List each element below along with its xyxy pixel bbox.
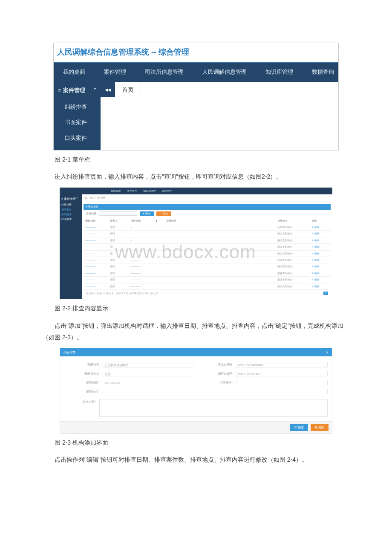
date-input[interactable]: 2019-03-26 bbox=[103, 380, 194, 385]
collapse-sidebar-button[interactable]: ◂◂ bbox=[101, 82, 115, 97]
th-date[interactable]: 排查日期 bbox=[129, 218, 153, 224]
close-icon[interactable]: ✕ bbox=[326, 350, 329, 355]
cell-date: -- bbox=[129, 231, 153, 237]
search-section-header[interactable]: ▾ 查询条件 bbox=[84, 204, 331, 210]
main-area: ◂◂ 首页 bbox=[101, 82, 338, 150]
cell-date: -- bbox=[129, 224, 153, 231]
cell-org[interactable]: ———— bbox=[84, 270, 108, 276]
field-label: 排查数件* bbox=[198, 380, 233, 385]
tab-home[interactable]: 首页 bbox=[115, 82, 141, 97]
cell-date: ———— bbox=[129, 270, 153, 276]
edit-link[interactable]: ✎ 编辑 bbox=[310, 231, 331, 237]
search-input[interactable] bbox=[99, 211, 137, 216]
cell-content bbox=[164, 231, 276, 237]
caption-2-3: 图 2-3 机构添加界面 bbox=[43, 437, 349, 448]
query-button[interactable]: ▸ 查询 bbox=[140, 211, 154, 216]
edit-link[interactable]: ✎ 编辑 bbox=[310, 277, 331, 283]
field-label: 排查地点* bbox=[64, 389, 99, 394]
cell-sort bbox=[153, 270, 164, 276]
field-input[interactable] bbox=[236, 380, 328, 385]
nav-item[interactable]: 司法所信息管理 bbox=[135, 63, 193, 82]
cell-org[interactable]: ———— bbox=[84, 263, 108, 270]
cell-org[interactable]: ———— bbox=[84, 283, 108, 289]
table-row: ————测试————研发支部办公✎ 编辑 bbox=[84, 257, 331, 263]
edit-link[interactable]: ✎ 编辑 bbox=[310, 263, 331, 270]
cell-person: 测试 bbox=[108, 231, 128, 237]
cell-org[interactable]: ———— bbox=[84, 231, 108, 237]
nav-item[interactable]: 我的桌面 bbox=[111, 189, 121, 193]
th-op[interactable]: 操作 bbox=[310, 218, 331, 224]
nav-item[interactable]: 系统管理 bbox=[162, 189, 172, 193]
edit-link[interactable]: ✎ 编辑 bbox=[310, 257, 331, 263]
edit-link[interactable]: ✎ 编辑 bbox=[310, 224, 331, 231]
sidebar-header[interactable]: ≡ 案件管理 ˅ bbox=[61, 197, 80, 201]
edit-link[interactable]: ✎ 编辑 bbox=[310, 244, 331, 250]
paragraph: 点击操作列"编辑"按钮可对排查日期、排查案件数、排查地点、排查内容进行修改（如图… bbox=[43, 454, 349, 465]
cell-content bbox=[164, 257, 276, 263]
sidebar-item[interactable]: 书面案件 bbox=[54, 115, 101, 130]
cell-sort bbox=[153, 231, 164, 237]
cell-sort bbox=[153, 263, 164, 270]
field-label: 调解机构 bbox=[64, 361, 99, 367]
close-button[interactable]: ✖ 关闭 bbox=[311, 424, 329, 431]
edit-link[interactable]: ✎ 编辑 bbox=[310, 270, 331, 276]
nav-item[interactable]: 案件管理 bbox=[95, 63, 135, 82]
nav-item[interactable]: 知识库管理 bbox=[256, 63, 303, 82]
sidebar-item[interactable]: 添加案件 bbox=[61, 213, 80, 216]
content-textarea[interactable] bbox=[99, 399, 328, 417]
th-loc[interactable]: 排查地点 bbox=[276, 218, 310, 224]
edit-link[interactable]: ✎ 编辑 bbox=[310, 283, 331, 289]
nav-item[interactable]: 案件管理 bbox=[127, 189, 137, 193]
nav-item[interactable]: 知识库管理 bbox=[143, 189, 156, 193]
cell-content bbox=[164, 270, 276, 276]
field-value[interactable]: 张爱 bbox=[103, 371, 194, 376]
th-sort[interactable]: ▲ bbox=[153, 218, 164, 224]
table-row: ————测试--研发支部办公✎ 编辑 bbox=[84, 224, 331, 231]
cell-sort bbox=[153, 257, 164, 263]
nav-item[interactable]: 人民调解信息管理 bbox=[193, 63, 256, 82]
cell-org[interactable]: ———— bbox=[84, 244, 108, 250]
cell-org[interactable]: ———— bbox=[84, 277, 108, 283]
field-input[interactable] bbox=[103, 389, 328, 394]
caption-2-1: 图 2-1 菜单栏 bbox=[43, 154, 349, 165]
cell-content bbox=[164, 244, 276, 250]
nav-item[interactable]: 数据查询 bbox=[303, 63, 343, 82]
tool-strip: ◂◂ 首页 bbox=[101, 82, 338, 97]
page-button[interactable]: 1 bbox=[323, 292, 328, 295]
sidebar-item[interactable]: 书面案件 bbox=[61, 208, 80, 211]
system-title: 人民调解综合信息管理系统 -- 综合管理 bbox=[54, 43, 338, 63]
cell-loc: 研发支部办公 bbox=[276, 250, 310, 257]
cell-org[interactable]: ———— bbox=[84, 224, 108, 231]
th-org[interactable]: 调解机构 bbox=[84, 218, 108, 224]
cell-org[interactable]: ———— bbox=[84, 250, 108, 257]
ok-button[interactable]: ☑ 确定 bbox=[290, 424, 308, 431]
field-value[interactable]: 500103201060010 bbox=[236, 362, 328, 367]
content-field: 排查内容* bbox=[64, 399, 328, 417]
pager-info: 显示第 1 条至 10 条记录，共有 20 条记录 每页显示 10 ▾ 条记录 bbox=[86, 292, 158, 295]
sidebar-item[interactable]: 纠纷排查 bbox=[54, 99, 101, 115]
collapse-icon[interactable]: ◂◂ bbox=[84, 196, 87, 199]
sidebar-item[interactable]: 口头案件 bbox=[61, 217, 80, 221]
cell-content bbox=[164, 263, 276, 270]
cell-org[interactable]: ———— bbox=[84, 237, 108, 243]
double-chevron-left-icon: ◂◂ bbox=[105, 84, 111, 95]
breadcrumb-tabs: ◂◂ 首页 纠纷排查 bbox=[84, 194, 331, 202]
add-button[interactable]: ＋ 添加 bbox=[156, 211, 172, 216]
th-person[interactable]: 排查人 bbox=[108, 218, 128, 224]
cell-loc: 测试支部办公 bbox=[276, 237, 310, 243]
edit-link[interactable]: ✎ 编辑 bbox=[310, 250, 331, 257]
sidebar-item[interactable]: 纠纷排查 bbox=[61, 203, 80, 206]
cell-person: 测试 bbox=[108, 257, 128, 263]
figure-2-3: 纠纷排查 ✕ 调解机构 公园桥街道调解所 登记员编号 5001032010600… bbox=[60, 348, 332, 434]
cell-loc: 服务支部办公 bbox=[276, 270, 310, 276]
field-value[interactable]: 公园桥街道调解所 bbox=[103, 362, 194, 367]
cell-org[interactable]: ———— bbox=[84, 257, 108, 263]
th-content[interactable]: 排查内容 bbox=[164, 218, 276, 224]
sidebar-item[interactable]: 口头案件 bbox=[54, 130, 101, 146]
field-value[interactable]: 50010220170010 bbox=[236, 371, 328, 376]
nav-item[interactable]: 我的桌面 bbox=[54, 63, 95, 82]
tabs-text[interactable]: 首页 纠纷排查 bbox=[89, 196, 106, 199]
edit-link[interactable]: ✎ 编辑 bbox=[310, 237, 331, 243]
hamburger-icon: ≡ bbox=[58, 85, 61, 96]
sidebar-header[interactable]: ≡ 案件管理 ˅ bbox=[54, 82, 101, 99]
